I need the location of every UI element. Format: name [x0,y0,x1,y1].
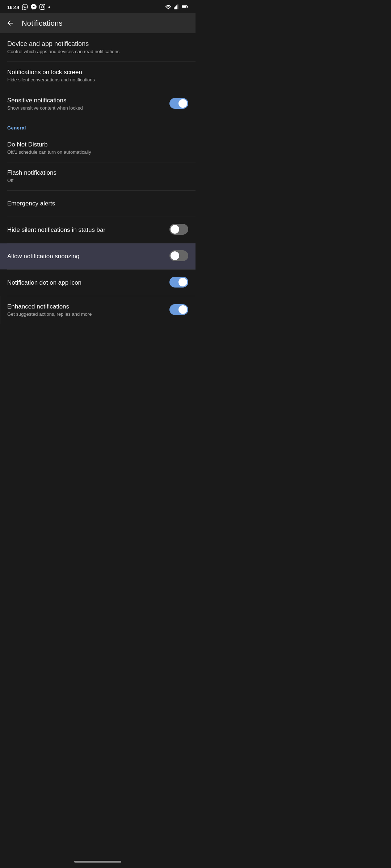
hide-silent-title: Hide silent notifications in status bar [7,226,164,234]
svg-rect-5 [187,6,188,7]
enhanced-notifications-title: Enhanced notifications [7,303,164,311]
settings-item-content: Hide silent notifications in status bar [7,226,169,234]
settings-item-content: Do Not Disturb Off/1 schedule can turn o… [7,141,188,156]
notification-dot-toggle[interactable] [169,277,188,289]
do-not-disturb-subtitle: Off/1 schedule can turn on automatically [7,149,182,156]
svg-rect-0 [174,7,175,9]
back-button[interactable] [4,17,16,29]
wifi-icon [165,4,172,10]
allow-snoozing-title: Allow notification snoozing [7,252,164,260]
settings-item-flash-notifications[interactable]: Flash notifications Off [0,162,196,190]
general-section-header: General [0,118,196,134]
svg-rect-6 [182,6,186,8]
instagram-icon [39,4,45,11]
settings-item-sensitive-notifications[interactable]: Sensitive notifications Show sensitive c… [0,90,196,118]
sensitive-notifications-title: Sensitive notifications [7,97,164,105]
svg-rect-1 [175,6,176,9]
page-title: Notifications [22,19,63,27]
lock-screen-title: Notifications on lock screen [7,68,182,76]
settings-item-device-app-notifications[interactable]: Device and app notifications Control whi… [0,33,196,61]
whatsapp-icon [22,4,28,11]
svg-rect-2 [176,5,177,9]
settings-item-hide-silent-notifications[interactable]: Hide silent notifications in status bar [0,217,196,243]
sensitive-notifications-subtitle: Show sensitive content when locked [7,105,164,111]
emergency-alerts-title: Emergency alerts [7,200,182,208]
flash-notifications-subtitle: Off [7,178,182,184]
dot-icon: • [48,4,50,11]
battery-icon [182,5,188,10]
allow-snoozing-toggle[interactable] [169,250,188,263]
app-bar: Notifications [0,13,196,33]
time-display: 16:44 [7,5,19,10]
notification-dot-title: Notification dot on app icon [7,279,164,287]
settings-item-do-not-disturb[interactable]: Do Not Disturb Off/1 schedule can turn o… [0,134,196,162]
lock-screen-subtitle: Hide silent conversations and notificati… [7,77,182,83]
settings-item-content: Notification dot on app icon [7,279,169,287]
settings-item-lock-screen[interactable]: Notifications on lock screen Hide silent… [0,62,196,90]
settings-item-content: Device and app notifications Control whi… [7,40,188,55]
do-not-disturb-title: Do Not Disturb [7,141,182,149]
settings-item-content: Allow notification snoozing [7,252,169,260]
messenger-icon [31,4,37,11]
enhanced-notifications-subtitle: Get suggested actions, replies and more [7,311,164,318]
signal-icon [174,4,180,10]
device-app-notifications-title: Device and app notifications [7,40,182,48]
settings-list: Device and app notifications Control whi… [0,33,196,324]
settings-item-content: Enhanced notifications Get suggested act… [7,303,169,318]
flash-notifications-title: Flash notifications [7,169,182,177]
status-right-icons [165,4,188,10]
settings-item-content: Sensitive notifications Show sensitive c… [7,97,169,111]
enhanced-notifications-toggle[interactable] [169,304,188,316]
settings-item-allow-snoozing[interactable]: Allow notification snoozing [0,243,196,269]
status-bar: 16:44 • [0,0,196,13]
settings-item-content: Notifications on lock screen Hide silent… [7,68,188,83]
settings-item-content: Emergency alerts [7,200,188,208]
settings-item-emergency-alerts[interactable]: Emergency alerts [0,191,196,217]
settings-item-notification-dot[interactable]: Notification dot on app icon [0,270,196,296]
svg-rect-3 [177,4,178,9]
settings-item-content: Flash notifications Off [7,169,188,184]
hide-silent-toggle[interactable] [169,224,188,236]
status-time: 16:44 • [7,4,51,11]
settings-item-enhanced-notifications[interactable]: Enhanced notifications Get suggested act… [0,296,196,324]
sensitive-notifications-toggle[interactable] [169,98,188,110]
device-app-notifications-subtitle: Control which apps and devices can read … [7,49,182,55]
